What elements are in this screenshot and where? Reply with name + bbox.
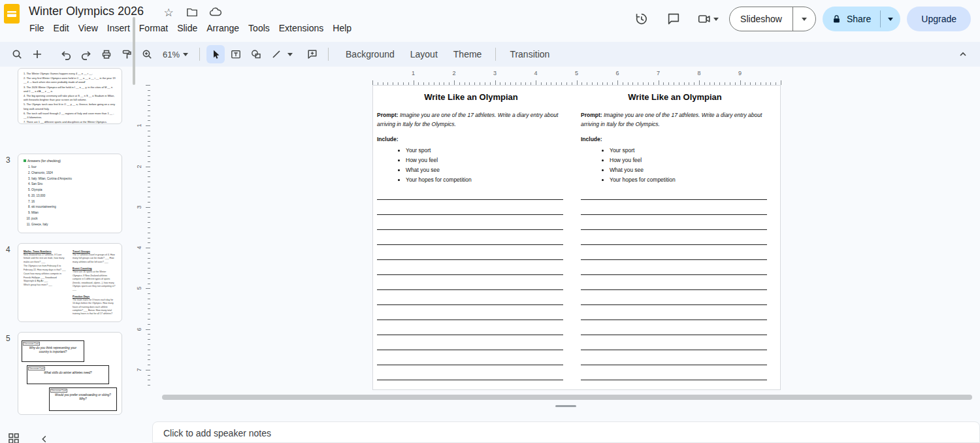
title-actions: ☆ — [162, 6, 222, 19]
section-body: The Olympics run from February 6 to Febr… — [24, 265, 67, 272]
redo-button[interactable] — [77, 45, 95, 63]
discussion-card: Discussion CardWould you prefer snowboar… — [49, 387, 117, 411]
comments-button[interactable] — [661, 6, 687, 32]
discussion-card-label: Discussion Card — [23, 342, 40, 346]
section-body: Which group has more? ___ — [24, 284, 67, 287]
section-body: New Zealand has 17 athletes. If 5 are fe… — [24, 254, 67, 264]
slideshow-options-button[interactable] — [793, 7, 815, 31]
worksheet-column-1[interactable]: Write Like an OlympianPrompt: Imagine yo… — [376, 86, 566, 389]
meet-button[interactable] — [693, 12, 723, 26]
slide-thumbnail-3[interactable]: Answers (for checking)fourChamonix, 1924… — [18, 154, 122, 233]
share-options-button[interactable] — [881, 7, 900, 31]
version-history-button[interactable] — [628, 6, 654, 32]
writing-line — [377, 350, 563, 365]
notes-resize-handle[interactable] — [555, 405, 576, 407]
ruler-tick — [148, 191, 150, 192]
menubar: FileEditViewInsertFormatSlideArrangeTool… — [25, 20, 356, 36]
chevron-left-icon — [39, 434, 50, 443]
writing-line — [581, 320, 767, 335]
text-box-tool-button[interactable] — [227, 45, 245, 63]
menu-tools[interactable]: Tools — [244, 22, 274, 35]
menu-edit[interactable]: Edit — [49, 22, 74, 35]
line-tool-button[interactable] — [267, 45, 286, 63]
writing-line — [581, 290, 767, 305]
ruler-tick — [148, 385, 150, 386]
ruler-tick — [146, 248, 150, 248]
collapse-filmstrip-button[interactable] — [37, 431, 52, 443]
ruler-tick — [148, 105, 150, 106]
zoom-value: 61% — [163, 50, 180, 59]
slide-canvas[interactable]: Write Like an OlympianPrompt: Imagine yo… — [372, 85, 781, 390]
menu-extensions[interactable]: Extensions — [274, 22, 328, 35]
quiz-line: 6. The torch will travel through 2 __ re… — [24, 112, 116, 120]
slide-thumbnail-5[interactable]: Discussion CardWhy do you think represen… — [18, 332, 122, 415]
select-tool-button[interactable] — [206, 45, 225, 63]
search-menus-button[interactable] — [8, 45, 26, 63]
hide-menus-button[interactable] — [954, 45, 972, 63]
print-button[interactable] — [97, 45, 116, 63]
vertical-ruler: 1234567 — [135, 85, 150, 390]
prompt-label: Prompt: — [581, 112, 604, 118]
ruler-number: 5 — [575, 70, 578, 76]
slide-thumbnail-partial[interactable]: 1. The Winter Olympic Games happen every… — [18, 68, 122, 124]
menu-view[interactable]: View — [74, 22, 103, 35]
bullet-item: How you feel — [610, 157, 770, 163]
ruler-tick — [148, 278, 150, 279]
transition-button[interactable]: Transition — [503, 46, 556, 63]
slide-thumbnail-4[interactable]: Maths: Team NumbersNew Zealand has 17 at… — [18, 243, 122, 322]
ruler-tick — [372, 80, 373, 85]
worksheet-column-2[interactable]: Write Like an OlympianPrompt: Imagine yo… — [580, 86, 770, 389]
shapes-icon — [250, 48, 262, 60]
zoom-in-button[interactable] — [138, 45, 156, 63]
background-button[interactable]: Background — [339, 46, 401, 63]
menu-format[interactable]: Format — [135, 22, 172, 35]
cloud-status-icon[interactable] — [209, 6, 222, 19]
menu-slide[interactable]: Slide — [172, 22, 202, 35]
menu-arrange[interactable]: Arrange — [202, 22, 244, 35]
horizontal-scrollbar[interactable] — [162, 395, 972, 400]
ruler-tick — [148, 131, 150, 131]
menu-help[interactable]: Help — [328, 22, 356, 35]
ruler-tick — [148, 120, 150, 121]
section-body: There are 16 sports at the Winter Olympi… — [73, 271, 116, 292]
bullet-item: What you see — [610, 167, 770, 173]
worksheet-title: Write Like an Olympian — [376, 92, 566, 102]
speaker-notes-panel[interactable]: Click to add speaker notes — [152, 421, 980, 443]
section-title: Travel Groups — [73, 250, 116, 253]
share-button[interactable]: Share — [823, 7, 880, 31]
slideshow-button[interactable]: Slideshow — [730, 7, 792, 31]
toolbar-text-buttons: BackgroundLayoutThemeTransition — [339, 46, 556, 63]
writing-line — [377, 215, 563, 230]
slides-logo-icon[interactable] — [3, 3, 21, 24]
new-slide-button[interactable] — [28, 45, 46, 63]
chevron-down-icon — [802, 18, 807, 21]
menu-file[interactable]: File — [25, 22, 49, 35]
zoom-select[interactable]: 61% — [158, 45, 193, 63]
filmstrip-scrollbar[interactable] — [133, 17, 135, 85]
grid-view-button[interactable] — [5, 430, 22, 443]
shape-tool-button[interactable] — [247, 45, 265, 63]
chevron-down-icon[interactable] — [287, 53, 293, 56]
writing-line — [581, 365, 767, 380]
ruler-number: 4 — [136, 244, 142, 252]
ruler-tick — [536, 80, 536, 85]
ruler-tick — [148, 355, 150, 355]
paint-roller-icon — [121, 48, 133, 60]
speaker-notes-placeholder[interactable]: Click to add speaker notes — [153, 422, 979, 438]
theme-button[interactable]: Theme — [447, 46, 489, 63]
answers-item: ski mountaineering — [31, 205, 116, 210]
upgrade-button[interactable]: Upgrade — [907, 7, 971, 31]
writing-line — [581, 185, 767, 200]
ruler-tick — [148, 156, 150, 157]
document-title[interactable]: Winter Olympics 2026 — [29, 5, 144, 18]
list-marker-icon — [24, 159, 26, 162]
layout-button[interactable]: Layout — [404, 46, 444, 63]
quiz-line: 2. The very first Winter Olympics were h… — [24, 76, 116, 84]
menu-insert[interactable]: Insert — [103, 22, 135, 35]
move-folder-icon[interactable] — [186, 6, 199, 19]
undo-button[interactable] — [57, 45, 75, 63]
math-left-column: Maths: Team NumbersNew Zealand has 17 at… — [24, 247, 67, 316]
add-comment-button[interactable] — [303, 45, 321, 63]
ruler-number: 1 — [412, 70, 415, 76]
star-icon[interactable]: ☆ — [162, 6, 175, 19]
